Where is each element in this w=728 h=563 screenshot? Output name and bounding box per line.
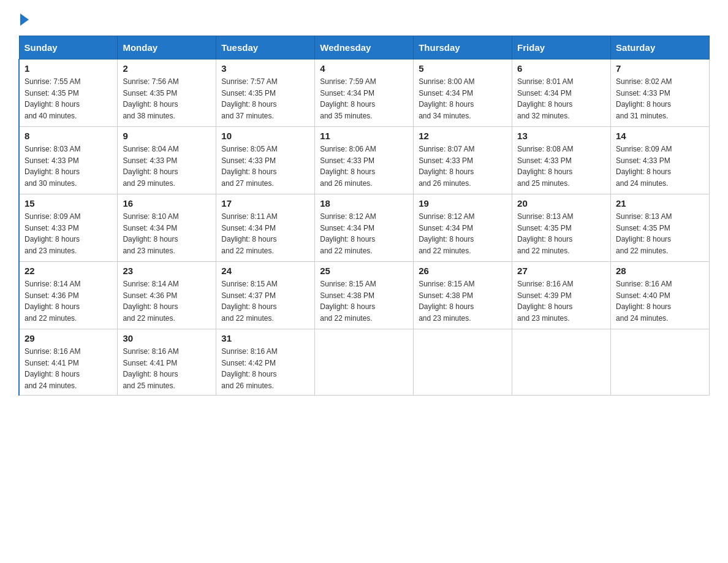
calendar-cell: 25 Sunrise: 8:15 AM Sunset: 4:38 PM Dayl… [315,262,414,329]
day-info: Sunrise: 7:59 AM Sunset: 4:34 PM Dayligh… [320,76,408,121]
day-info: Sunrise: 8:14 AM Sunset: 4:36 PM Dayligh… [25,278,112,324]
day-info: Sunrise: 8:14 AM Sunset: 4:36 PM Dayligh… [123,278,211,324]
day-number: 27 [517,266,605,276]
day-number: 21 [616,198,704,209]
calendar-header-monday: Monday [118,36,216,59]
day-number: 11 [320,131,408,141]
calendar-cell: 7 Sunrise: 8:02 AM Sunset: 4:33 PM Dayli… [611,59,710,127]
day-number: 9 [123,131,211,141]
calendar-cell: 13 Sunrise: 8:08 AM Sunset: 4:33 PM Dayl… [512,127,611,194]
day-number: 18 [320,198,408,209]
day-info: Sunrise: 8:03 AM Sunset: 4:33 PM Dayligh… [25,144,112,189]
calendar-cell: 12 Sunrise: 8:07 AM Sunset: 4:33 PM Dayl… [414,127,512,194]
day-info: Sunrise: 8:01 AM Sunset: 4:34 PM Dayligh… [517,76,605,121]
day-info: Sunrise: 7:56 AM Sunset: 4:35 PM Dayligh… [123,76,211,121]
calendar-cell: 29 Sunrise: 8:16 AM Sunset: 4:41 PM Dayl… [19,329,118,396]
day-number: 20 [517,198,605,209]
calendar-cell: 5 Sunrise: 8:00 AM Sunset: 4:34 PM Dayli… [414,59,512,127]
calendar-header-tuesday: Tuesday [216,36,315,59]
day-number: 24 [221,266,309,276]
day-info: Sunrise: 8:12 AM Sunset: 4:34 PM Dayligh… [320,211,408,256]
day-number: 14 [616,131,704,141]
day-info: Sunrise: 8:07 AM Sunset: 4:33 PM Dayligh… [419,144,507,189]
day-info: Sunrise: 8:08 AM Sunset: 4:33 PM Dayligh… [517,144,605,189]
logo [18,12,29,25]
day-info: Sunrise: 8:00 AM Sunset: 4:34 PM Dayligh… [419,76,507,121]
day-info: Sunrise: 8:06 AM Sunset: 4:33 PM Dayligh… [320,144,408,189]
day-number: 25 [320,266,408,276]
calendar-header-friday: Friday [512,36,611,59]
calendar-week-row: 29 Sunrise: 8:16 AM Sunset: 4:41 PM Dayl… [19,329,710,396]
calendar-cell: 22 Sunrise: 8:14 AM Sunset: 4:36 PM Dayl… [19,262,118,329]
day-info: Sunrise: 8:10 AM Sunset: 4:34 PM Dayligh… [123,211,211,256]
day-info: Sunrise: 8:09 AM Sunset: 4:33 PM Dayligh… [25,211,112,256]
calendar-cell: 8 Sunrise: 8:03 AM Sunset: 4:33 PM Dayli… [19,127,118,194]
calendar-header-wednesday: Wednesday [315,36,414,59]
calendar-cell: 20 Sunrise: 8:13 AM Sunset: 4:35 PM Dayl… [512,194,611,262]
calendar-cell: 19 Sunrise: 8:12 AM Sunset: 4:34 PM Dayl… [414,194,512,262]
calendar-header-saturday: Saturday [611,36,710,59]
calendar-cell: 27 Sunrise: 8:16 AM Sunset: 4:39 PM Dayl… [512,262,611,329]
calendar-cell: 15 Sunrise: 8:09 AM Sunset: 4:33 PM Dayl… [19,194,118,262]
day-number: 5 [419,63,507,74]
calendar-cell: 17 Sunrise: 8:11 AM Sunset: 4:34 PM Dayl… [216,194,315,262]
calendar-cell: 9 Sunrise: 8:04 AM Sunset: 4:33 PM Dayli… [118,127,216,194]
calendar-cell: 3 Sunrise: 7:57 AM Sunset: 4:35 PM Dayli… [216,59,315,127]
calendar-cell: 1 Sunrise: 7:55 AM Sunset: 4:35 PM Dayli… [19,59,118,127]
day-info: Sunrise: 7:57 AM Sunset: 4:35 PM Dayligh… [221,76,309,121]
day-number: 29 [25,333,112,343]
calendar-cell: 31 Sunrise: 8:16 AM Sunset: 4:42 PM Dayl… [216,329,315,396]
logo-arrow-icon [20,13,29,26]
day-number: 28 [616,266,704,276]
calendar-cell [512,329,611,396]
day-number: 1 [25,63,112,74]
calendar-header-sunday: Sunday [19,36,118,59]
day-number: 13 [517,131,605,141]
calendar-cell: 6 Sunrise: 8:01 AM Sunset: 4:34 PM Dayli… [512,59,611,127]
calendar-cell: 14 Sunrise: 8:09 AM Sunset: 4:33 PM Dayl… [611,127,710,194]
day-number: 4 [320,63,408,74]
day-number: 3 [221,63,309,74]
day-info: Sunrise: 8:02 AM Sunset: 4:33 PM Dayligh… [616,76,704,121]
day-info: Sunrise: 8:15 AM Sunset: 4:38 PM Dayligh… [320,278,408,324]
day-number: 26 [419,266,507,276]
day-number: 2 [123,63,211,74]
day-info: Sunrise: 8:09 AM Sunset: 4:33 PM Dayligh… [616,144,704,189]
day-info: Sunrise: 8:13 AM Sunset: 4:35 PM Dayligh… [616,211,704,256]
day-info: Sunrise: 8:16 AM Sunset: 4:42 PM Dayligh… [221,346,309,391]
day-info: Sunrise: 8:04 AM Sunset: 4:33 PM Dayligh… [123,144,211,189]
calendar-cell: 18 Sunrise: 8:12 AM Sunset: 4:34 PM Dayl… [315,194,414,262]
calendar-cell: 30 Sunrise: 8:16 AM Sunset: 4:41 PM Dayl… [118,329,216,396]
day-number: 7 [616,63,704,74]
calendar-week-row: 8 Sunrise: 8:03 AM Sunset: 4:33 PM Dayli… [19,127,710,194]
calendar-cell [414,329,512,396]
calendar-cell: 4 Sunrise: 7:59 AM Sunset: 4:34 PM Dayli… [315,59,414,127]
calendar-cell: 24 Sunrise: 8:15 AM Sunset: 4:37 PM Dayl… [216,262,315,329]
day-number: 23 [123,266,211,276]
calendar-week-row: 1 Sunrise: 7:55 AM Sunset: 4:35 PM Dayli… [19,59,710,127]
calendar-header-thursday: Thursday [414,36,512,59]
calendar-cell: 26 Sunrise: 8:15 AM Sunset: 4:38 PM Dayl… [414,262,512,329]
day-number: 16 [123,198,211,209]
day-info: Sunrise: 8:16 AM Sunset: 4:40 PM Dayligh… [616,278,704,324]
day-number: 19 [419,198,507,209]
day-info: Sunrise: 8:15 AM Sunset: 4:38 PM Dayligh… [419,278,507,324]
day-number: 22 [25,266,112,276]
calendar-cell: 2 Sunrise: 7:56 AM Sunset: 4:35 PM Dayli… [118,59,216,127]
day-number: 31 [221,333,309,343]
day-number: 30 [123,333,211,343]
day-info: Sunrise: 8:15 AM Sunset: 4:37 PM Dayligh… [221,278,309,324]
calendar-cell: 10 Sunrise: 8:05 AM Sunset: 4:33 PM Dayl… [216,127,315,194]
calendar-week-row: 22 Sunrise: 8:14 AM Sunset: 4:36 PM Dayl… [19,262,710,329]
calendar-week-row: 15 Sunrise: 8:09 AM Sunset: 4:33 PM Dayl… [19,194,710,262]
calendar-cell: 28 Sunrise: 8:16 AM Sunset: 4:40 PM Dayl… [611,262,710,329]
calendar-cell: 21 Sunrise: 8:13 AM Sunset: 4:35 PM Dayl… [611,194,710,262]
day-number: 17 [221,198,309,209]
day-number: 10 [221,131,309,141]
day-number: 15 [25,198,112,209]
calendar-cell: 23 Sunrise: 8:14 AM Sunset: 4:36 PM Dayl… [118,262,216,329]
calendar-cell: 16 Sunrise: 8:10 AM Sunset: 4:34 PM Dayl… [118,194,216,262]
calendar-table: SundayMondayTuesdayWednesdayThursdayFrid… [18,36,710,396]
calendar-header-row: SundayMondayTuesdayWednesdayThursdayFrid… [19,36,710,59]
page-header [18,12,710,25]
